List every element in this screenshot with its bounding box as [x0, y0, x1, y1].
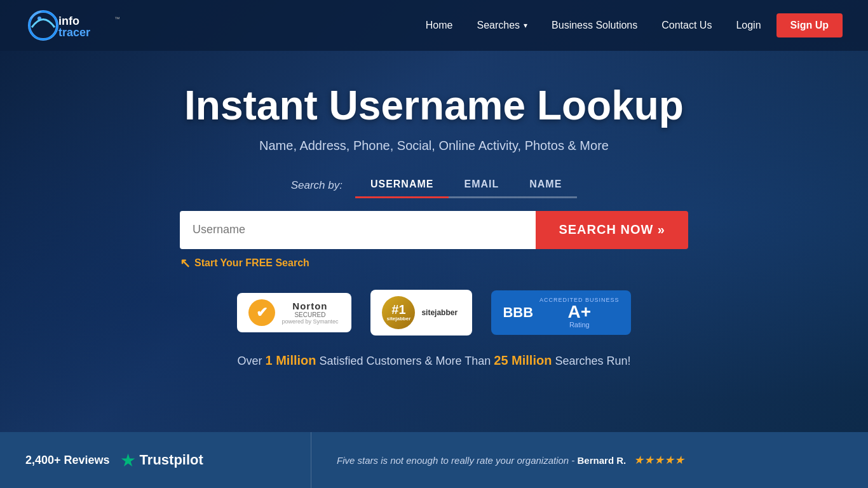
hero-subtitle: Name, Address, Phone, Social, Online Act… — [259, 139, 609, 153]
stats-mid: Satisfied Customers & More Than — [320, 355, 494, 367]
bbb-rating-label: Rating — [539, 321, 620, 329]
chevron-down-icon: ▾ — [524, 21, 527, 30]
svg-text:™: ™ — [114, 16, 120, 22]
sitejabber-number: #1 — [391, 303, 405, 316]
bbb-rating: A+ — [539, 303, 620, 321]
nav-contact[interactable]: Contact Us — [653, 15, 721, 36]
nav-searches[interactable]: Searches ▾ — [468, 15, 536, 36]
stats-25m: 25 Million — [494, 353, 552, 367]
review-author: Bernard R. — [578, 455, 627, 466]
norton-symantec: powered by Symantec — [281, 318, 338, 325]
search-box-row: SEARCH NOW » — [180, 211, 688, 249]
review-bar: 2,400+ Reviews ★ Trustpilot Five stars i… — [0, 432, 868, 488]
nav-links: Home Searches ▾ Business Solutions Conta… — [417, 13, 843, 37]
review-right: Five stars is not enough to really rate … — [311, 432, 868, 488]
review-stars: ★★★★★ — [634, 454, 684, 466]
tab-name[interactable]: NAME — [514, 173, 577, 198]
arrow-icon: ↖ — [180, 255, 191, 271]
trustpilot-logo[interactable]: ★ Trustpilot — [120, 450, 203, 471]
tab-email[interactable]: EMAIL — [449, 173, 514, 198]
signup-button[interactable]: Sign Up — [776, 13, 843, 37]
sitejabber-brand: sitejabber — [421, 308, 458, 317]
search-by-label: Search by: — [291, 179, 342, 192]
sitejabber-text: sitejabber — [386, 316, 410, 322]
search-input[interactable] — [180, 211, 536, 249]
trustpilot-star-icon: ★ — [120, 450, 136, 471]
stats-pre: Over — [237, 355, 265, 367]
login-button[interactable]: Login — [727, 15, 770, 36]
free-search-hint[interactable]: ↖ Start Your FREE Search — [180, 255, 309, 271]
norton-secured: SECURED — [281, 311, 338, 318]
review-left: 2,400+ Reviews ★ Trustpilot — [0, 432, 311, 488]
hero-content: Instant Username Lookup Name, Address, P… — [0, 83, 868, 367]
hero-stats: Over 1 Million Satisfied Customers & Mor… — [237, 353, 630, 368]
trustpilot-label: Trustpilot — [140, 452, 203, 468]
svg-text:info: info — [58, 15, 79, 27]
norton-check-icon: ✔ — [248, 299, 275, 326]
free-search-text: Start Your FREE Search — [194, 257, 309, 269]
bbb-badge: BBB ACCREDITED BUSINESS A+ Rating — [491, 290, 630, 335]
trust-badges: ✔ Norton SECURED powered by Symantec #1 … — [237, 290, 630, 336]
bbb-text: ACCREDITED BUSINESS A+ Rating — [539, 297, 620, 329]
search-tabs: Search by: USERNAME EMAIL NAME — [291, 173, 578, 198]
logo[interactable]: info tracer ™ — [25, 8, 127, 43]
hero-section: Instant Username Lookup Name, Address, P… — [0, 0, 868, 432]
sitejabber-medal: #1 sitejabber — [382, 296, 415, 329]
tab-username[interactable]: USERNAME — [355, 173, 449, 198]
norton-text: Norton SECURED powered by Symantec — [281, 301, 338, 325]
review-count: 2,400+ Reviews — [25, 454, 110, 467]
hero-title: Instant Username Lookup — [184, 83, 684, 128]
bbb-logo: BBB — [503, 304, 533, 321]
review-quote: Five stars is not enough to really rate … — [337, 453, 684, 467]
sitejabber-badge: #1 sitejabber sitejabber — [370, 290, 472, 336]
norton-badge: ✔ Norton SECURED powered by Symantec — [237, 293, 351, 332]
svg-text:tracer: tracer — [58, 26, 90, 39]
norton-brand: Norton — [281, 301, 338, 311]
stats-1m: 1 Million — [266, 353, 316, 367]
nav-business[interactable]: Business Solutions — [543, 15, 646, 36]
stats-post: Searches Run! — [555, 355, 630, 367]
search-button[interactable]: SEARCH NOW » — [536, 211, 688, 249]
nav-home[interactable]: Home — [417, 15, 462, 36]
navbar: info tracer ™ Home Searches ▾ Business S… — [0, 0, 868, 51]
